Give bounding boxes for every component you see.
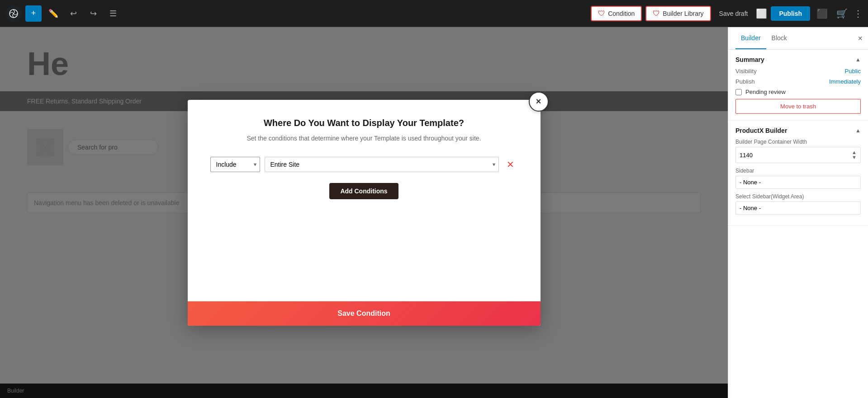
pending-review-label: Pending review [745,89,786,95]
sidebar-field-label: Sidebar [735,168,861,174]
toolbar: + ✏️ ↩ ↪ ☰ 🛡 Condition 🛡 Builder Library… [0,0,868,27]
productx-header: ProductX Builder ▲ [735,127,861,134]
modal-overlay: × Where Do You Want to Display Your Temp… [0,27,728,398]
productx-builder-section: ProductX Builder ▲ Builder Page Containe… [728,121,868,226]
modal-body: Where Do You Want to Display Your Templa… [188,100,541,301]
select-sidebar-widget-select[interactable]: - None - [735,201,861,215]
save-draft-button[interactable]: Save draft [715,7,753,20]
move-to-trash-button[interactable]: Move to trash [735,99,861,114]
condition-icon: 🛡 [598,9,605,18]
add-button[interactable]: + [25,5,42,22]
builder-lib-label: Builder Library [663,10,703,17]
site-select[interactable]: Entire Site [265,157,499,172]
wordpress-logo-icon [9,9,18,18]
condition-button[interactable]: 🛡 Condition [591,6,642,21]
select-sidebar-label: Select Sidebar(Widget Area) [735,193,861,200]
sidebar-tabs: Builder Block × [728,27,868,50]
list-view-button[interactable]: ☰ [105,5,121,22]
productx-label: ProductX Builder [735,127,787,134]
pending-review-checkbox[interactable] [735,89,742,95]
toolbar-right: 🛡 Condition 🛡 Builder Library Save draft… [591,5,863,22]
container-width-input[interactable]: 1140 ▲▼ [735,147,861,163]
modal-footer: Save Condition [188,301,541,326]
modal-title: Where Do You Want to Display Your Templa… [210,118,518,128]
summary-chevron-icon: ▲ [855,56,861,63]
builder-lib-icon: 🛡 [653,9,660,18]
container-width-value: 1140 [740,152,753,159]
include-dropdown-wrapper: Include [210,157,260,172]
condition-row: Include Entire Site ✕ [210,157,518,172]
productx-chevron-icon: ▲ [855,127,861,134]
redo-button[interactable]: ↪ [85,5,101,22]
sidebar-select[interactable]: - None - [735,176,861,189]
modal-close-button[interactable]: × [529,92,549,112]
condition-label: Condition [608,10,635,17]
publish-row: Publish Immediately [735,78,861,85]
modal-subtitle: Set the conditions that determine where … [210,134,518,143]
sidebar-toggle-button[interactable]: ⬛ [814,5,830,22]
sidebar-close-button[interactable]: × [858,33,863,43]
wp-logo [5,5,22,22]
condition-modal: × Where Do You Want to Display Your Temp… [188,100,541,326]
publish-label: Publish [735,78,755,85]
tab-block[interactable]: Block [766,27,792,49]
tab-builder[interactable]: Builder [735,27,766,49]
site-dropdown-wrapper: Entire Site [265,157,499,172]
preview-button[interactable]: ⬜ [756,8,767,19]
visibility-label: Visibility [735,68,757,75]
visibility-row: Visibility Public [735,68,861,75]
include-select[interactable]: Include [210,157,260,172]
spinner-arrows-icon[interactable]: ▲▼ [852,150,857,160]
pending-review-row: Pending review [735,89,861,95]
container-width-label: Builder Page Container Width [735,139,861,145]
summary-label: Summary [735,56,764,63]
summary-section: Summary ▲ Visibility Public Publish Imme… [728,50,868,121]
more-options-button[interactable]: ⋮ [854,8,863,19]
add-conditions-button[interactable]: Add Conditions [329,183,398,199]
publish-button[interactable]: Publish [771,6,810,21]
undo-button[interactable]: ↩ [65,5,81,22]
right-sidebar: Builder Block × Summary ▲ Visibility Pub… [728,27,868,398]
builder-library-button[interactable]: 🛡 Builder Library [645,6,711,21]
edit-icon-button[interactable]: ✏️ [45,5,62,22]
visibility-value[interactable]: Public [845,68,861,75]
woo-button[interactable]: 🛒 [834,5,850,22]
publish-value[interactable]: Immediately [829,78,861,85]
condition-remove-button[interactable]: ✕ [503,157,518,172]
summary-header: Summary ▲ [735,56,861,63]
save-condition-button[interactable]: Save Condition [188,301,541,326]
